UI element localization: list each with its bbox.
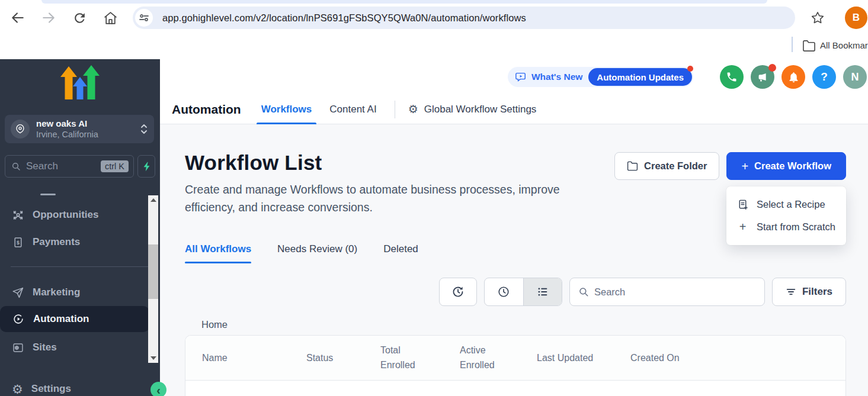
scroll-down-button[interactable] xyxy=(148,353,158,363)
create-folder-label: Create Folder xyxy=(644,160,707,172)
user-avatar[interactable]: N xyxy=(843,65,867,89)
sidebar-item-marketing[interactable]: Marketing xyxy=(0,282,149,302)
sidebar-item-automation[interactable]: Automation xyxy=(0,306,149,332)
browser-profile-avatar[interactable]: B xyxy=(845,7,867,29)
phone-icon xyxy=(726,71,738,83)
tab-needs-review[interactable]: Needs Review (0) xyxy=(277,243,357,263)
global-workflow-settings-link[interactable]: ⚙ Global Workflow Settings xyxy=(408,104,537,115)
list-view-button[interactable] xyxy=(523,278,562,305)
sidebar-divider xyxy=(11,266,148,267)
quick-actions-button[interactable] xyxy=(137,155,155,178)
reload-icon xyxy=(72,11,87,25)
gear-icon: ⚙ xyxy=(408,104,418,115)
opportunities-icon xyxy=(12,209,24,221)
marketing-icon xyxy=(12,286,24,299)
sidebar-scrollbar[interactable] xyxy=(148,195,158,363)
time-view-button[interactable] xyxy=(485,278,523,305)
scroll-up-button[interactable] xyxy=(148,195,158,205)
nav-divider xyxy=(395,101,395,118)
create-workflow-label: Create Workflow xyxy=(754,160,831,172)
site-info-button[interactable] xyxy=(135,9,153,27)
tab-workflows[interactable]: Workflows xyxy=(261,95,312,124)
triangle-down-icon xyxy=(150,356,156,360)
svg-text:$: $ xyxy=(17,239,20,245)
notification-dot xyxy=(687,66,693,72)
execution-logs-button[interactable] xyxy=(439,278,477,306)
back-button[interactable] xyxy=(9,9,26,26)
sidebar: new oaks AI Irvine, California ctrl K xyxy=(0,59,160,396)
url-text[interactable]: app.gohighlevel.com/v2/location/lnPS691g… xyxy=(162,12,526,24)
browser-profile-initial: B xyxy=(853,12,860,24)
scrolled-item-remnant xyxy=(40,194,56,195)
announcements-button[interactable] xyxy=(751,65,774,89)
breadcrumb-home[interactable]: Home xyxy=(201,319,228,330)
phone-button[interactable] xyxy=(720,65,744,89)
triangle-up-icon xyxy=(150,198,156,202)
star-icon xyxy=(811,11,825,25)
nav-title: Automation xyxy=(172,102,241,117)
scrollbar-thumb[interactable] xyxy=(148,244,158,299)
notification-dot xyxy=(768,64,776,72)
column-header-created-on: Created On xyxy=(630,351,845,366)
sidebar-collapse-button[interactable]: ‹ xyxy=(150,382,166,396)
menu-item-start-from-scratch[interactable]: + Start from Scratch xyxy=(726,215,846,238)
create-workflow-button[interactable]: + Create Workflow xyxy=(726,152,846,180)
home-button[interactable] xyxy=(102,9,118,26)
filters-button[interactable]: Filters xyxy=(772,278,846,306)
address-bar[interactable]: app.gohighlevel.com/v2/location/lnPS691g… xyxy=(133,7,795,29)
page-description: Create and manage Workflows to automate … xyxy=(185,181,600,216)
all-bookmarks-button[interactable] xyxy=(802,39,816,53)
map-pin-icon xyxy=(15,124,25,134)
tab-all-workflows[interactable]: All Workflows xyxy=(185,243,251,263)
gohighlevel-logo-icon xyxy=(60,65,100,101)
hero-text: Workflow List Create and manage Workflow… xyxy=(185,151,600,216)
location-info: new oaks AI Irvine, California xyxy=(36,118,140,140)
menu-item-select-recipe[interactable]: Select a Recipe xyxy=(726,194,846,215)
table-body xyxy=(185,381,845,396)
workflow-filter-tabs: All Workflows Needs Review (0) Deleted xyxy=(185,243,846,263)
forward-button[interactable] xyxy=(40,9,57,26)
all-bookmarks-label[interactable]: All Bookmarks xyxy=(820,40,868,50)
bookmarks-divider xyxy=(792,37,793,52)
lightning-bolt-icon xyxy=(142,162,151,172)
column-header-status: Status xyxy=(306,351,380,366)
help-button[interactable]: ? xyxy=(812,65,836,89)
bookmark-star-button[interactable] xyxy=(811,11,825,25)
sidebar-item-payments[interactable]: $ Payments xyxy=(0,232,149,252)
column-header-last-updated: Last Updated xyxy=(537,351,630,366)
question-mark-icon: ? xyxy=(821,70,828,83)
browser-toolbar: app.gohighlevel.com/v2/location/lnPS691g… xyxy=(0,4,868,32)
sidebar-item-label: Opportunities xyxy=(33,209,98,221)
sidebar-search-input[interactable] xyxy=(26,160,101,172)
sidebar-item-sites[interactable]: Sites xyxy=(0,337,149,358)
search-shortcut-badge: ctrl K xyxy=(101,160,129,172)
plus-icon: + xyxy=(741,160,748,172)
breadcrumb[interactable]: Home xyxy=(185,319,846,330)
chevron-left-icon: ‹ xyxy=(156,384,161,396)
column-header-total-enrolled: Total Enrolled xyxy=(380,343,460,373)
location-switcher[interactable]: new oaks AI Irvine, California xyxy=(5,115,154,143)
sidebar-search[interactable]: ctrl K xyxy=(5,155,134,178)
global-workflow-settings-label: Global Workflow Settings xyxy=(424,104,537,115)
search-icon xyxy=(578,286,589,297)
workflow-search-input[interactable] xyxy=(594,286,756,298)
notifications-button[interactable] xyxy=(781,65,805,89)
sidebar-item-opportunities[interactable]: Opportunities xyxy=(0,205,149,225)
workflow-search[interactable] xyxy=(569,278,765,306)
sidebar-item-label: Settings xyxy=(31,383,71,395)
clock-icon xyxy=(497,285,510,298)
reload-button[interactable] xyxy=(71,9,88,26)
plus-icon: + xyxy=(737,221,748,233)
workflow-table: Name Status Total Enrolled Active Enroll… xyxy=(185,335,846,396)
tab-deleted[interactable]: Deleted xyxy=(383,243,418,263)
automation-icon xyxy=(12,313,25,326)
top-header: What's New Automation Updates xyxy=(160,59,868,95)
automation-nav-bar: Automation Workflows Content AI ⚙ Global… xyxy=(160,95,868,124)
tab-content-ai[interactable]: Content AI xyxy=(329,95,376,124)
whats-new-pill[interactable]: What's New Automation Updates xyxy=(508,67,693,87)
create-folder-button[interactable]: Create Folder xyxy=(614,152,719,180)
menu-item-label: Select a Recipe xyxy=(757,199,825,210)
account-name: new oaks AI xyxy=(36,118,140,130)
automation-updates-badge[interactable]: Automation Updates xyxy=(588,68,692,86)
sidebar-item-settings[interactable]: ⚙ Settings xyxy=(0,379,149,396)
